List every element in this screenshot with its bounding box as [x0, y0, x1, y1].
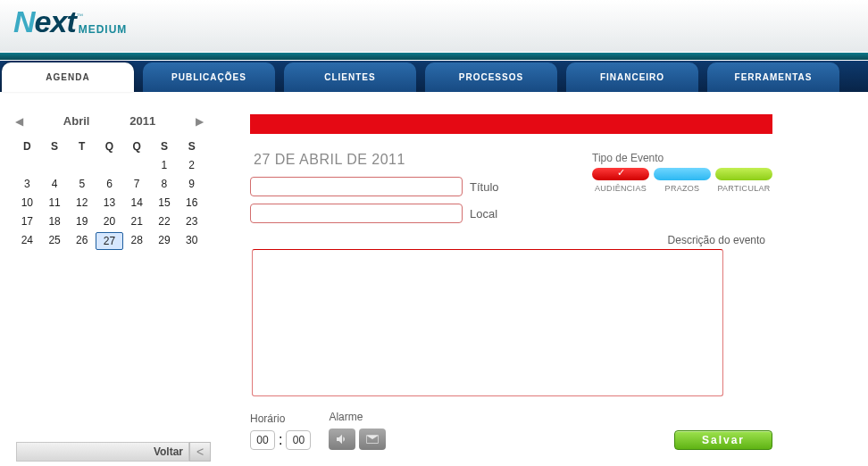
logo: Next MEDIUM: [13, 4, 855, 39]
logo-ext: MEDIUM: [79, 23, 128, 36]
main-nav: AGENDAPUBLICAÇÕESCLIENTESPROCESSOSFINANC…: [0, 61, 868, 92]
prev-month-arrow[interactable]: ◀: [15, 115, 23, 128]
calendar-dow: S: [41, 138, 69, 154]
event-header-bar: [250, 114, 772, 134]
calendar-day[interactable]: 30: [178, 232, 205, 250]
calendar-day[interactable]: 20: [96, 213, 123, 229]
calendar-day[interactable]: 7: [123, 176, 151, 192]
tab-processos[interactable]: PROCESSOS: [425, 62, 557, 92]
time-label: Horário: [250, 412, 311, 425]
event-type-labels: AUDIÊNCIASPRAZOSPARTICULAR: [592, 184, 772, 193]
logo-main-rest: ext: [35, 4, 76, 38]
calendar-blank: [96, 157, 123, 173]
calendar-day[interactable]: 19: [68, 213, 96, 229]
tab-agenda[interactable]: AGENDA: [2, 62, 134, 92]
tab-financeiro[interactable]: FINANCEIRO: [566, 62, 698, 92]
calendar-dow: T: [68, 138, 96, 154]
calendar-blank: [13, 157, 41, 173]
back-label: Voltar: [154, 445, 183, 458]
calendar-dow: Q: [96, 138, 123, 154]
calendar-day[interactable]: 23: [178, 213, 205, 229]
alarm-sound-button[interactable]: [329, 429, 355, 450]
calendar-day[interactable]: 15: [151, 195, 179, 211]
title-label: Título: [470, 180, 499, 194]
calendar-day[interactable]: 9: [178, 176, 205, 192]
description-label: Descrição do evento: [250, 234, 765, 246]
calendar-day[interactable]: 22: [151, 213, 179, 229]
next-month-arrow[interactable]: ▶: [196, 115, 204, 128]
calendar-header: ◀ Abril 2011 ▶: [13, 114, 205, 128]
calendar-day[interactable]: 24: [13, 232, 41, 250]
calendar-dow: S: [178, 138, 205, 154]
event-date-title: 27 DE ABRIL DE 2011: [254, 152, 592, 168]
calendar-day[interactable]: 11: [41, 195, 69, 211]
alarm-email-button[interactable]: [359, 429, 386, 450]
calendar-blank: [123, 157, 151, 173]
app-header: Next MEDIUM: [0, 0, 868, 54]
calendar: ◀ Abril 2011 ▶ DSTQQSS123456789101112131…: [13, 114, 205, 450]
tab-clientes[interactable]: CLIENTES: [284, 62, 416, 92]
calendar-day[interactable]: 28: [123, 232, 151, 250]
calendar-day[interactable]: 12: [68, 195, 96, 211]
sound-icon: [335, 432, 349, 446]
calendar-day[interactable]: 5: [68, 176, 96, 192]
calendar-month: Abril: [63, 114, 90, 128]
event-type-aud[interactable]: [592, 168, 649, 180]
calendar-day[interactable]: 1: [151, 157, 179, 173]
event-type-label-aud: AUDIÊNCIAS: [592, 184, 649, 193]
tab-ferramentas[interactable]: FERRAMENTAS: [707, 62, 839, 92]
calendar-blank: [41, 157, 69, 173]
save-button[interactable]: Salvar: [674, 430, 772, 450]
calendar-day[interactable]: 6: [96, 176, 123, 192]
mail-icon: [365, 432, 380, 446]
calendar-day[interactable]: 16: [178, 195, 205, 211]
event-type-group: Tipo de Evento AUDIÊNCIASPRAZOSPARTICULA…: [592, 152, 772, 193]
calendar-grid: DSTQQSS123456789101112131415161718192021…: [13, 138, 205, 250]
calendar-day[interactable]: 18: [41, 213, 69, 229]
event-type-label-par: PARTICULAR: [715, 184, 772, 193]
time-minutes-input[interactable]: [286, 430, 311, 450]
logo-main: Next: [13, 4, 76, 39]
calendar-day[interactable]: 3: [13, 176, 41, 192]
calendar-day[interactable]: 29: [151, 232, 179, 250]
time-separator: :: [279, 432, 282, 448]
title-input[interactable]: [250, 177, 463, 196]
calendar-day[interactable]: 14: [123, 195, 151, 211]
local-label: Local: [470, 207, 497, 221]
local-input[interactable]: [250, 204, 463, 223]
calendar-day[interactable]: 10: [13, 195, 41, 211]
calendar-day[interactable]: 17: [13, 213, 41, 229]
event-type-prz[interactable]: [654, 168, 711, 180]
calendar-dow: D: [13, 138, 41, 154]
event-type-pills: [592, 168, 772, 180]
calendar-blank: [68, 157, 96, 173]
share-icon: <: [196, 445, 204, 459]
calendar-year: 2011: [129, 114, 155, 128]
tab-publicações[interactable]: PUBLICAÇÕES: [143, 62, 275, 92]
event-pane: 27 DE ABRIL DE 2011 Título Local Tipo de…: [250, 114, 772, 450]
calendar-day[interactable]: 25: [41, 232, 69, 250]
calendar-day[interactable]: 26: [68, 232, 96, 250]
event-type-label-prz: PRAZOS: [654, 184, 711, 193]
calendar-dow: Q: [123, 138, 151, 154]
calendar-day[interactable]: 13: [96, 195, 123, 211]
back-button[interactable]: Voltar: [16, 442, 189, 462]
event-type-header: Tipo de Evento: [592, 152, 772, 164]
calendar-day[interactable]: 2: [178, 157, 205, 173]
time-hours-input[interactable]: [250, 430, 275, 450]
calendar-day[interactable]: 4: [41, 176, 69, 192]
alarm-group: Alarme: [329, 411, 386, 450]
calendar-day[interactable]: 21: [123, 213, 151, 229]
event-type-par[interactable]: [715, 168, 772, 180]
calendar-day[interactable]: 8: [151, 176, 179, 192]
time-group: Horário :: [250, 412, 311, 450]
share-button[interactable]: <: [189, 442, 211, 462]
calendar-day[interactable]: 27: [96, 232, 123, 250]
alarm-label: Alarme: [329, 411, 386, 423]
calendar-dow: S: [151, 138, 179, 154]
description-textarea[interactable]: [252, 249, 723, 396]
